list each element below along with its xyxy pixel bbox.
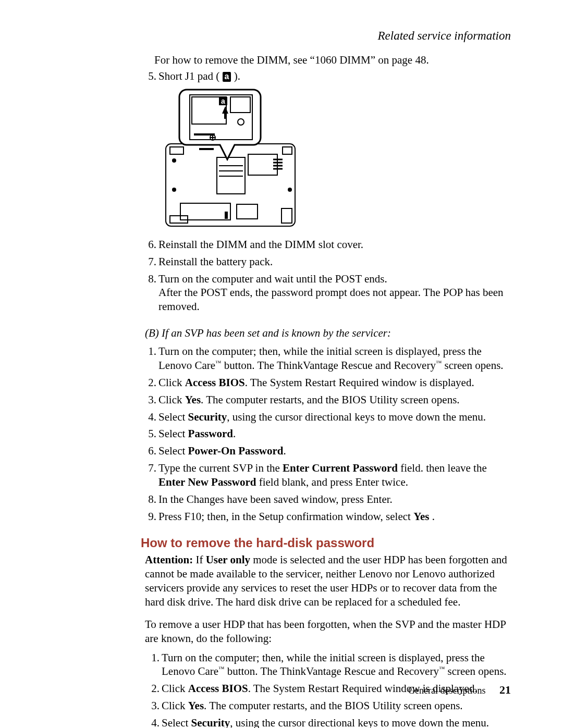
b1-b: button. The ThinkVantage Rescue and Reco… [221, 359, 436, 372]
list-b-item-9: 9. Press F10; then, in the Setup confirm… [145, 510, 511, 524]
section-b-heading: (B) If an SVP has been set and is known … [145, 326, 511, 340]
list-b-item-3: 3. Click Yes. The computer restarts, and… [145, 393, 511, 407]
list-b-item-6: 6. Select Power-On Password. [145, 444, 511, 458]
item8-line1: Turn on the computer and wait until the … [158, 273, 387, 285]
b2-c: . The System Restart Required window is … [245, 376, 474, 389]
b5-c: . [233, 427, 236, 440]
item5-text-suffix: ). [234, 70, 240, 82]
svg-rect-11 [237, 204, 258, 219]
page-footer: General descriptions 21 [408, 683, 511, 697]
svg-point-19 [173, 188, 176, 191]
footer-section: General descriptions [408, 685, 485, 696]
b7-d: Enter New Password [158, 476, 256, 488]
list-marker: 5. [141, 69, 156, 83]
list-marker: 5. [141, 427, 156, 441]
b7-c: field. then leave the [398, 462, 487, 474]
page-body: For how to remove the DIMM, see “1060 DI… [145, 53, 511, 728]
diagram-svg: a [163, 88, 298, 233]
b5-b: Password [188, 427, 233, 440]
b6-c: . [284, 445, 286, 457]
b3-a: Click [158, 393, 185, 406]
item7-text: Reinstall the battery pack. [158, 255, 273, 268]
list-marker: 8. [141, 492, 156, 507]
svg-point-20 [288, 188, 291, 191]
b3-c: . The computer restarts, and the BIOS Ut… [201, 393, 460, 406]
b8: In the Changes have been saved window, p… [158, 493, 393, 505]
list-marker: 2. [144, 682, 160, 696]
c3-c: . The computer restarts, and the BIOS Ut… [204, 699, 463, 712]
c4-c: , using the cursor directional keys to m… [230, 717, 489, 728]
b4-b: Security [188, 411, 227, 423]
list-marker: 4. [144, 716, 160, 728]
item8-line2: After the POST ends, the password prompt… [158, 286, 511, 314]
list-marker: 2. [141, 376, 156, 390]
list-b-item-4: 4. Select Security, using the cursor dir… [145, 410, 511, 424]
laptop-underside-diagram: a [163, 88, 298, 233]
tm-icon: ™ [215, 360, 221, 366]
list-marker: 3. [144, 699, 160, 713]
b9-b: Yes [413, 510, 429, 523]
list-marker: 1. [141, 344, 156, 359]
pad-a-icon: a [223, 72, 231, 82]
list-marker: 6. [141, 444, 156, 458]
list-b-item-7: 7. Type the current SVP in the Enter Cur… [145, 461, 511, 489]
running-header: Related service information [378, 29, 511, 43]
b4-a: Select [158, 411, 188, 423]
b9-c: . [430, 510, 435, 523]
c3-b: Yes [188, 699, 204, 712]
list-marker: 9. [141, 510, 156, 524]
hdp-heading: How to remove the hard-disk password [141, 535, 511, 551]
b6-a: Select [158, 445, 188, 457]
list-b: 1. Turn on the computer; then, while the… [145, 344, 511, 524]
b2-b: Access BIOS [185, 376, 245, 389]
b9-a: Press F10; then, in the Setup confirmati… [158, 510, 413, 523]
b1-c: screen opens. [442, 359, 503, 372]
list-a-item-6: 6. Reinstall the DIMM and the DIMM slot … [145, 238, 511, 252]
hdp-attention: Attention: If User only mode is selected… [145, 553, 511, 609]
c2-b: Access BIOS [188, 682, 248, 695]
list-marker: 7. [141, 461, 156, 475]
svg-rect-3 [283, 147, 292, 154]
svg-rect-4 [282, 208, 292, 223]
b7-a: Type the current SVP in the [158, 462, 283, 474]
list-c-item-1: 1. Turn on the computer; then, while the… [148, 651, 511, 679]
list-a-item-5: 5. Short J1 pad ( a ). [145, 69, 511, 233]
list-marker: 4. [141, 410, 156, 424]
list-a: 5. Short J1 pad ( a ). [145, 69, 511, 314]
intro-line: For how to remove the DIMM, see “1060 DI… [154, 53, 511, 67]
b2-a: Click [158, 376, 185, 389]
attn-a: If [193, 553, 206, 566]
b7-e: field blank, and press Enter twice. [256, 476, 408, 488]
c1-b: button. The ThinkVantage Rescue and Reco… [224, 665, 439, 677]
c4-b: Security [191, 717, 230, 728]
list-marker: 8. [141, 272, 156, 286]
list-b-item-2: 2. Click Access BIOS. The System Restart… [145, 376, 511, 390]
list-b-item-5: 5. Select Password. [145, 427, 511, 441]
item5-text-prefix: Short J1 pad ( [158, 70, 219, 82]
svg-point-18 [173, 159, 176, 162]
page: Related service information For how to r… [0, 0, 563, 728]
list-marker: 3. [141, 393, 156, 407]
c4-a: Select [162, 717, 191, 728]
list-a-item-8: 8. Turn on the computer and wait until t… [145, 272, 511, 314]
b7-b: Enter Current Password [283, 462, 398, 474]
tm-icon: ™ [436, 360, 442, 366]
b5-a: Select [158, 427, 188, 440]
c1-c: screen opens. [445, 665, 506, 677]
item6-text: Reinstall the DIMM and the DIMM slot cov… [158, 238, 363, 251]
page-number: 21 [499, 683, 511, 696]
tm-icon: ™ [218, 665, 224, 672]
b4-c: , using the cursor directional keys to m… [227, 411, 486, 423]
hdp-lead: To remove a user HDP that has been forgo… [145, 618, 511, 646]
b6-b: Power-On Password [188, 445, 284, 457]
svg-rect-9 [248, 154, 277, 175]
c2-a: Click [162, 682, 188, 695]
attn-b: User only [206, 553, 250, 566]
list-marker: 1. [144, 651, 160, 665]
svg-rect-1 [170, 147, 183, 154]
list-marker: 7. [141, 255, 156, 269]
list-c-item-4: 4. Select Security, using the cursor dir… [148, 716, 511, 728]
list-b-item-8: 8. In the Changes have been saved window… [145, 492, 511, 507]
b3-b: Yes [185, 393, 201, 406]
attn-label: Attention: [145, 553, 193, 566]
